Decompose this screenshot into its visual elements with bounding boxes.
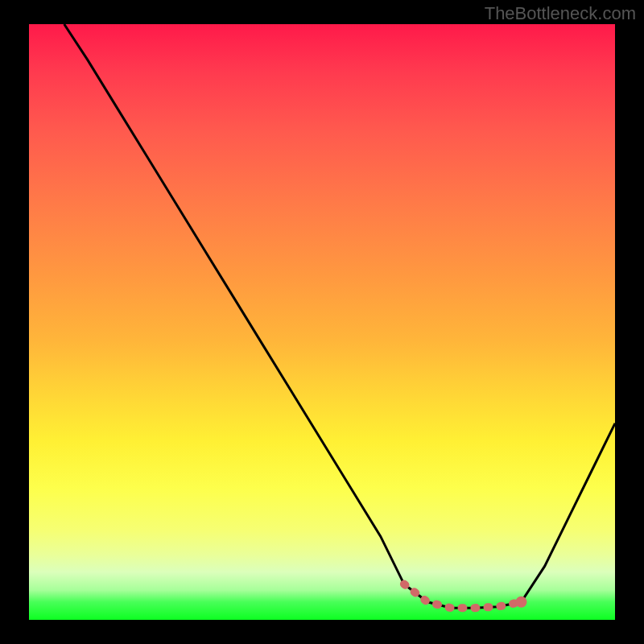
watermark-text: TheBottleneck.com (485, 3, 636, 24)
chart-container: TheBottleneck.com (0, 0, 644, 644)
svg-point-0 (516, 597, 527, 608)
chart-svg (29, 24, 615, 620)
bottleneck-curve-line (64, 24, 615, 608)
